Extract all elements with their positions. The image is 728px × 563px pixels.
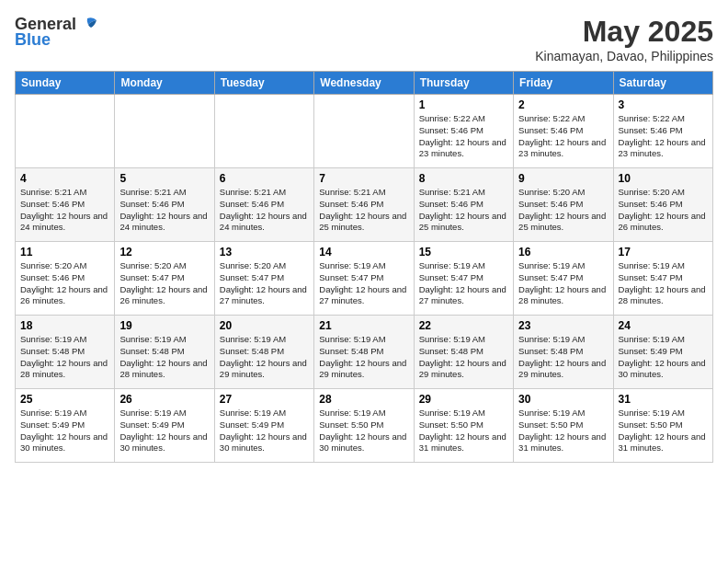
calendar-cell: 3Sunrise: 5:22 AMSunset: 5:46 PMDaylight… [613,95,712,168]
day-number: 15 [419,246,508,259]
day-number: 24 [619,319,708,332]
day-info: Sunrise: 5:19 AMSunset: 5:48 PMDaylight:… [20,334,109,381]
calendar-cell: 16Sunrise: 5:19 AMSunset: 5:47 PMDayligh… [514,242,613,316]
title-section: May 2025 Kinamayan, Davao, Philippines [535,15,713,63]
calendar-cell: 9Sunrise: 5:20 AMSunset: 5:46 PMDaylight… [514,168,613,242]
day-info: Sunrise: 5:22 AMSunset: 5:46 PMDaylight:… [619,113,708,160]
calendar-cell: 12Sunrise: 5:20 AMSunset: 5:47 PMDayligh… [115,242,214,316]
day-number: 1 [419,98,508,111]
logo-bird-icon [78,17,98,33]
calendar-week-row: 18Sunrise: 5:19 AMSunset: 5:48 PMDayligh… [16,316,713,389]
day-number: 2 [518,98,608,111]
day-info: Sunrise: 5:19 AMSunset: 5:49 PMDaylight:… [220,408,309,454]
day-info: Sunrise: 5:19 AMSunset: 5:48 PMDaylight:… [220,334,309,381]
day-info: Sunrise: 5:21 AMSunset: 5:46 PMDaylight:… [220,187,309,234]
calendar-cell: 7Sunrise: 5:21 AMSunset: 5:46 PMDaylight… [314,168,414,242]
calendar-week-row: 4Sunrise: 5:21 AMSunset: 5:46 PMDaylight… [16,168,713,242]
day-number: 14 [319,246,408,259]
calendar-cell: 1Sunrise: 5:22 AMSunset: 5:46 PMDaylight… [414,95,513,168]
column-header-saturday: Saturday [613,72,712,95]
day-number: 30 [518,393,608,406]
day-info: Sunrise: 5:20 AMSunset: 5:47 PMDaylight:… [119,260,209,307]
day-number: 4 [20,172,109,185]
day-number: 11 [20,246,109,259]
day-number: 13 [220,246,309,259]
day-number: 22 [419,319,508,332]
calendar-cell: 20Sunrise: 5:19 AMSunset: 5:48 PMDayligh… [214,316,313,389]
day-number: 25 [20,393,109,406]
calendar-week-row: 1Sunrise: 5:22 AMSunset: 5:46 PMDaylight… [16,95,713,168]
day-info: Sunrise: 5:21 AMSunset: 5:46 PMDaylight:… [319,187,408,234]
day-info: Sunrise: 5:19 AMSunset: 5:50 PMDaylight:… [619,408,708,454]
day-number: 28 [319,393,408,406]
day-info: Sunrise: 5:20 AMSunset: 5:46 PMDaylight:… [518,187,608,234]
calendar-cell: 27Sunrise: 5:19 AMSunset: 5:49 PMDayligh… [214,389,313,463]
calendar-week-row: 25Sunrise: 5:19 AMSunset: 5:49 PMDayligh… [16,389,713,463]
day-info: Sunrise: 5:21 AMSunset: 5:46 PMDaylight:… [20,187,109,234]
logo: General Blue [15,15,98,50]
day-info: Sunrise: 5:19 AMSunset: 5:47 PMDaylight:… [319,260,408,307]
day-number: 23 [518,319,608,332]
calendar-header-row: SundayMondayTuesdayWednesdayThursdayFrid… [16,72,713,95]
day-info: Sunrise: 5:19 AMSunset: 5:48 PMDaylight:… [319,334,408,381]
day-number: 3 [619,98,708,111]
column-header-thursday: Thursday [414,72,513,95]
day-number: 7 [319,172,408,185]
day-info: Sunrise: 5:19 AMSunset: 5:47 PMDaylight:… [518,260,608,307]
page-header: General Blue May 2025 Kinamayan, Davao, … [15,15,713,63]
month-year-title: May 2025 [535,15,713,49]
column-header-wednesday: Wednesday [314,72,414,95]
day-number: 9 [518,172,608,185]
calendar-cell: 15Sunrise: 5:19 AMSunset: 5:47 PMDayligh… [414,242,513,316]
day-info: Sunrise: 5:19 AMSunset: 5:50 PMDaylight:… [419,408,508,454]
calendar-cell [314,95,414,168]
calendar-cell: 21Sunrise: 5:19 AMSunset: 5:48 PMDayligh… [314,316,414,389]
location-text: Kinamayan, Davao, Philippines [535,49,713,63]
day-info: Sunrise: 5:19 AMSunset: 5:49 PMDaylight:… [20,408,109,454]
calendar-cell: 6Sunrise: 5:21 AMSunset: 5:46 PMDaylight… [214,168,313,242]
day-info: Sunrise: 5:19 AMSunset: 5:49 PMDaylight:… [119,408,209,454]
logo-blue-text: Blue [15,30,51,50]
day-info: Sunrise: 5:20 AMSunset: 5:46 PMDaylight:… [619,187,708,234]
calendar-cell: 4Sunrise: 5:21 AMSunset: 5:46 PMDaylight… [16,168,115,242]
calendar-cell [115,95,214,168]
day-number: 20 [220,319,309,332]
day-info: Sunrise: 5:19 AMSunset: 5:48 PMDaylight:… [119,334,209,381]
day-info: Sunrise: 5:20 AMSunset: 5:47 PMDaylight:… [220,260,309,307]
day-number: 17 [619,246,708,259]
calendar-cell: 10Sunrise: 5:20 AMSunset: 5:46 PMDayligh… [613,168,712,242]
calendar-cell: 28Sunrise: 5:19 AMSunset: 5:50 PMDayligh… [314,389,414,463]
calendar-table: SundayMondayTuesdayWednesdayThursdayFrid… [15,71,713,463]
column-header-friday: Friday [514,72,613,95]
day-info: Sunrise: 5:21 AMSunset: 5:46 PMDaylight:… [119,187,209,234]
day-number: 8 [419,172,508,185]
day-info: Sunrise: 5:19 AMSunset: 5:48 PMDaylight:… [419,334,508,381]
day-number: 29 [419,393,508,406]
calendar-cell: 18Sunrise: 5:19 AMSunset: 5:48 PMDayligh… [16,316,115,389]
day-number: 6 [220,172,309,185]
day-number: 16 [518,246,608,259]
day-number: 18 [20,319,109,332]
day-info: Sunrise: 5:19 AMSunset: 5:47 PMDaylight:… [619,260,708,307]
day-number: 10 [619,172,708,185]
column-header-monday: Monday [115,72,214,95]
calendar-cell: 30Sunrise: 5:19 AMSunset: 5:50 PMDayligh… [514,389,613,463]
calendar-cell: 17Sunrise: 5:19 AMSunset: 5:47 PMDayligh… [613,242,712,316]
calendar-cell: 11Sunrise: 5:20 AMSunset: 5:46 PMDayligh… [16,242,115,316]
calendar-cell: 23Sunrise: 5:19 AMSunset: 5:48 PMDayligh… [514,316,613,389]
day-info: Sunrise: 5:21 AMSunset: 5:46 PMDaylight:… [419,187,508,234]
day-info: Sunrise: 5:19 AMSunset: 5:50 PMDaylight:… [319,408,408,454]
calendar-cell: 22Sunrise: 5:19 AMSunset: 5:48 PMDayligh… [414,316,513,389]
calendar-cell: 26Sunrise: 5:19 AMSunset: 5:49 PMDayligh… [115,389,214,463]
day-number: 31 [619,393,708,406]
column-header-sunday: Sunday [16,72,115,95]
day-info: Sunrise: 5:19 AMSunset: 5:47 PMDaylight:… [419,260,508,307]
calendar-cell: 31Sunrise: 5:19 AMSunset: 5:50 PMDayligh… [613,389,712,463]
day-number: 19 [119,319,209,332]
day-number: 5 [119,172,209,185]
calendar-cell [214,95,313,168]
column-header-tuesday: Tuesday [214,72,313,95]
calendar-cell: 25Sunrise: 5:19 AMSunset: 5:49 PMDayligh… [16,389,115,463]
calendar-cell [16,95,115,168]
day-info: Sunrise: 5:19 AMSunset: 5:48 PMDaylight:… [518,334,608,381]
